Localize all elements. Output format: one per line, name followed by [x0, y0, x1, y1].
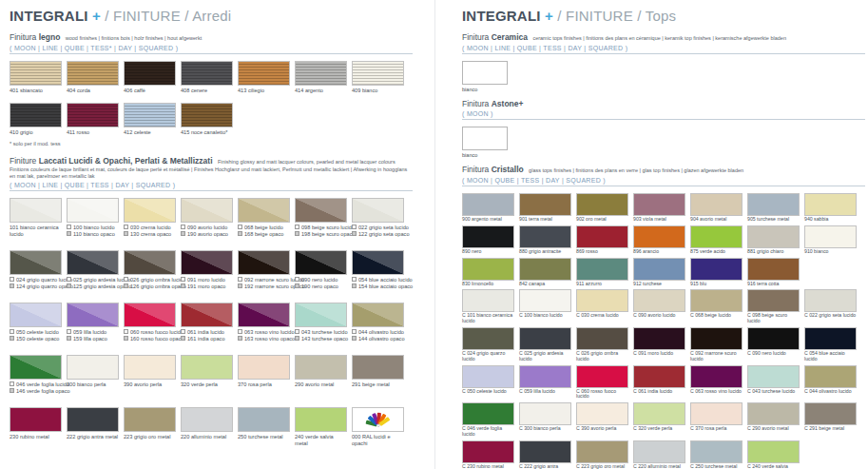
color-swatch	[576, 225, 628, 248]
swatch-cell: C 059 lilla lucido	[519, 365, 571, 401]
swatch-label: 063 rosso vino lucido163 rosso vino opac…	[238, 329, 290, 342]
astone-swatch-bianco	[462, 127, 508, 150]
swatch-label: 024 grigio quarzo lucido124 grigio quarz…	[10, 277, 62, 290]
swatch-label: 910 bianco	[804, 249, 857, 255]
swatch-cell: C 098 beige scuro lucido	[747, 289, 800, 324]
swatch-label: 030 crema lucido130 crema opaco	[124, 225, 176, 238]
lucido-marker	[67, 277, 71, 282]
lucido-marker	[181, 277, 185, 282]
swatch-cell: C 024 grigio quarzo lucido	[462, 327, 514, 362]
models-line-laccati: ( MOON | LINE | QUBE | TESS | DAY | SQUA…	[10, 182, 413, 188]
swatch-label: 230 rubino metal	[10, 434, 62, 440]
opaco-marker	[352, 336, 357, 341]
swatch-cell: 842 canapa	[519, 258, 571, 287]
section-finitura-ceramica: Finitura Ceramica ceramic tops finishes …	[462, 32, 865, 92]
swatch-cell: 059 lilla lucido159 lilla opaco	[67, 303, 119, 342]
swatch-label: C 220 alluminio metal	[633, 464, 685, 469]
opaco-marker	[352, 231, 357, 236]
color-swatch	[519, 365, 571, 388]
swatch-cell: 408 cenere	[181, 61, 233, 94]
swatch-cell: C 092 marrone scuro lucido	[690, 327, 743, 362]
color-swatch	[124, 103, 176, 127]
color-swatch	[462, 365, 514, 388]
opaco-marker	[10, 336, 14, 341]
swatch-cell: C 320 verde perla	[633, 402, 685, 438]
swatch-label: bianco	[462, 87, 865, 92]
swatch-label: C 054 blue acciaio lucido	[804, 351, 857, 362]
color-swatch	[10, 355, 62, 380]
lucido-marker	[352, 225, 357, 229]
lucido-marker	[124, 277, 128, 282]
section-finitura-cristallo: Finitura Cristallo glass tops finishes |…	[462, 165, 865, 469]
section-title-name: legno	[39, 32, 61, 42]
color-swatch	[124, 303, 176, 327]
swatch-cell: C 043 turchese lucido	[747, 365, 800, 401]
swatch-label: 223 grigio oro metal	[124, 434, 176, 440]
section-rule	[462, 53, 865, 54]
swatch-label: 300 bianco perla	[67, 381, 119, 388]
empty-cell	[804, 258, 857, 287]
lucido-marker	[352, 277, 357, 282]
swatch-label: C 044 olivastro lucido	[804, 389, 857, 395]
color-swatch	[519, 289, 571, 312]
color-swatch	[804, 365, 857, 388]
swatch-label: C 024 grigio quarzo lucido	[462, 351, 514, 362]
color-swatch	[633, 289, 685, 312]
swatch-label: 059 lilla lucido159 lilla opaco	[67, 329, 119, 342]
swatch-label: 091 moro lucido191 moro opaco	[181, 277, 233, 290]
section-subtitle: glass tops finishes | finitions des plan…	[529, 167, 743, 173]
section-finitura-legno: Finitura legno wood finishes | finitions…	[10, 32, 413, 147]
color-swatch	[352, 355, 404, 380]
swatch-label: 413 ciliegio	[238, 88, 290, 94]
swatch-cell: 230 rubino metal	[10, 407, 62, 447]
swatch-cell: C 250 turchese metal	[690, 440, 743, 469]
swatch-label: 100 bianco lucido110 bianco opaco	[67, 225, 119, 238]
color-swatch	[576, 193, 628, 216]
swatch-label: 880 grigio antracite	[519, 249, 571, 255]
models-line-ceramica: ( MOON | LINE | QUBE | TESS | DAY | SQUA…	[462, 45, 865, 51]
swatch-label: 101 bianco ceramica lucido	[10, 225, 62, 238]
brand-name: INTEGRALI	[10, 8, 88, 24]
color-swatch	[238, 407, 290, 432]
section-rule	[10, 53, 413, 54]
opaco-marker	[181, 336, 185, 341]
color-swatch	[295, 250, 347, 275]
color-swatch	[67, 303, 119, 327]
color-swatch	[633, 402, 685, 425]
color-swatch	[462, 327, 514, 350]
color-swatch	[124, 61, 176, 86]
swatch-cell: 090 avorio lucido190 avorio opaco	[181, 198, 233, 238]
swatch-label: C 068 beige lucido	[690, 313, 743, 319]
wood-finish-grid: 401 sbiancato404 corda406 caffè408 cener…	[10, 61, 413, 136]
swatch-cell: C 030 crema lucido	[576, 289, 628, 324]
color-swatch	[10, 250, 62, 275]
swatch-cell: C 060 rosso fuoco lucido	[576, 365, 628, 401]
swatch-cell: 222 grigio antra metal	[67, 407, 119, 447]
swatch-label: 406 caffè	[124, 88, 176, 94]
opaco-marker	[181, 231, 185, 236]
swatch-cell: 901 terra metal	[519, 193, 571, 223]
swatch-label: C 100 bianco lucido	[519, 313, 571, 319]
section-rule	[10, 190, 413, 191]
swatch-cell: C 390 avorio perla	[576, 402, 628, 438]
opaco-marker	[238, 283, 242, 288]
swatch-cell: C 290 avorio metal	[747, 402, 800, 438]
swatch-cell: 915 blu	[690, 258, 743, 287]
swatch-label: C 370 rosa perla	[690, 426, 743, 432]
color-swatch	[747, 402, 800, 425]
swatch-cell: C 100 bianco lucido	[519, 289, 571, 324]
color-swatch	[462, 289, 514, 312]
swatch-cell: C 090 avorio lucido	[633, 289, 685, 324]
color-swatch	[181, 61, 233, 86]
swatch-cell: 220 alluminio metal	[181, 407, 233, 447]
swatch-cell: 025 grigio ardesia lucido125 grigio arde…	[67, 250, 119, 290]
swatch-cell: 370 rosa perla	[238, 355, 290, 395]
color-swatch	[576, 440, 628, 463]
opaco-marker	[238, 336, 242, 341]
swatch-label: C 046 verde foglia lucido	[462, 426, 514, 438]
swatch-cell: 869 rosso	[576, 225, 628, 255]
empty-cell	[352, 103, 404, 136]
swatch-label: 370 rosa perla	[238, 381, 290, 388]
lucido-marker	[181, 225, 185, 229]
footnote-tess: * solo per il mod. tess	[10, 141, 413, 147]
